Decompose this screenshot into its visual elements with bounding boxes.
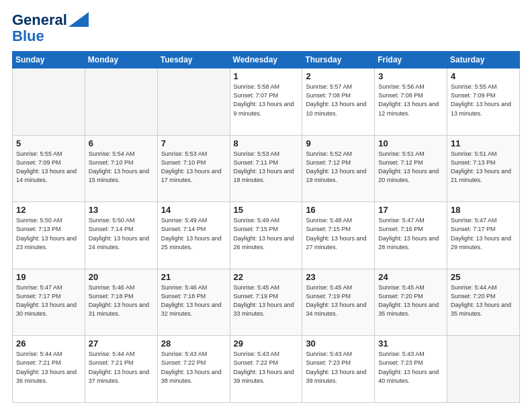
day-info: Sunrise: 5:56 AMSunset: 7:08 PMDaylight:… [378, 83, 443, 118]
day-number: 26 [16, 338, 81, 349]
week-row-2: 5Sunrise: 5:55 AMSunset: 7:09 PMDaylight… [13, 135, 520, 202]
day-cell: 4Sunrise: 5:55 AMSunset: 7:09 PMDaylight… [447, 68, 520, 136]
day-info: Sunrise: 5:44 AMSunset: 7:21 PMDaylight:… [89, 350, 154, 385]
day-number: 2 [306, 71, 371, 81]
day-info: Sunrise: 5:51 AMSunset: 7:13 PMDaylight:… [451, 150, 516, 185]
day-cell: 22Sunrise: 5:45 AMSunset: 7:19 PMDayligh… [230, 269, 302, 336]
day-info: Sunrise: 5:54 AMSunset: 7:10 PMDaylight:… [89, 150, 154, 185]
day-cell: 5Sunrise: 5:55 AMSunset: 7:09 PMDaylight… [13, 135, 85, 202]
day-cell: 16Sunrise: 5:48 AMSunset: 7:15 PMDayligh… [302, 202, 375, 269]
day-number: 8 [234, 138, 299, 148]
day-info: Sunrise: 5:46 AMSunset: 7:18 PMDaylight:… [161, 283, 226, 318]
day-number: 5 [16, 138, 81, 148]
day-number: 14 [161, 205, 226, 215]
day-number: 4 [451, 71, 516, 81]
day-info: Sunrise: 5:45 AMSunset: 7:20 PMDaylight:… [378, 283, 443, 318]
day-info: Sunrise: 5:55 AMSunset: 7:09 PMDaylight:… [16, 150, 81, 185]
day-cell: 19Sunrise: 5:47 AMSunset: 7:17 PMDayligh… [13, 269, 85, 336]
calendar-header-row: SundayMondayTuesdayWednesdayThursdayFrid… [13, 52, 520, 68]
day-header-saturday: Saturday [447, 52, 520, 68]
logo: General Blue [12, 12, 89, 44]
logo-icon [69, 12, 89, 27]
day-info: Sunrise: 5:55 AMSunset: 7:09 PMDaylight:… [451, 83, 516, 118]
day-cell: 17Sunrise: 5:47 AMSunset: 7:16 PMDayligh… [375, 202, 447, 269]
day-cell: 27Sunrise: 5:44 AMSunset: 7:21 PMDayligh… [85, 336, 157, 403]
logo-general: General [12, 12, 67, 28]
day-number: 24 [378, 272, 443, 282]
day-cell: 13Sunrise: 5:50 AMSunset: 7:14 PMDayligh… [85, 202, 157, 269]
day-info: Sunrise: 5:57 AMSunset: 7:08 PMDaylight:… [306, 83, 371, 118]
day-number: 30 [306, 338, 371, 349]
day-number: 22 [234, 272, 299, 282]
day-cell [13, 68, 85, 136]
day-info: Sunrise: 5:45 AMSunset: 7:19 PMDaylight:… [306, 283, 371, 318]
day-info: Sunrise: 5:47 AMSunset: 7:16 PMDaylight:… [378, 216, 443, 251]
day-info: Sunrise: 5:44 AMSunset: 7:21 PMDaylight:… [16, 350, 81, 385]
day-number: 27 [89, 338, 154, 349]
day-info: Sunrise: 5:47 AMSunset: 7:17 PMDaylight:… [16, 283, 81, 318]
day-number: 10 [378, 138, 443, 148]
day-number: 29 [234, 338, 299, 349]
day-cell: 14Sunrise: 5:49 AMSunset: 7:14 PMDayligh… [157, 202, 230, 269]
svg-marker-0 [69, 12, 89, 27]
week-row-3: 12Sunrise: 5:50 AMSunset: 7:13 PMDayligh… [13, 202, 520, 269]
day-number: 9 [306, 138, 371, 148]
day-header-wednesday: Wednesday [230, 52, 302, 68]
day-number: 12 [16, 205, 81, 215]
day-cell: 21Sunrise: 5:46 AMSunset: 7:18 PMDayligh… [157, 269, 230, 336]
day-number: 6 [89, 138, 154, 148]
day-cell: 26Sunrise: 5:44 AMSunset: 7:21 PMDayligh… [13, 336, 85, 403]
week-row-5: 26Sunrise: 5:44 AMSunset: 7:21 PMDayligh… [13, 336, 520, 403]
calendar: SundayMondayTuesdayWednesdayThursdayFrid… [12, 51, 520, 403]
day-header-sunday: Sunday [13, 52, 85, 68]
day-info: Sunrise: 5:53 AMSunset: 7:11 PMDaylight:… [234, 150, 299, 185]
day-cell: 12Sunrise: 5:50 AMSunset: 7:13 PMDayligh… [13, 202, 85, 269]
day-info: Sunrise: 5:45 AMSunset: 7:19 PMDaylight:… [234, 283, 299, 318]
day-cell: 30Sunrise: 5:43 AMSunset: 7:23 PMDayligh… [302, 336, 375, 403]
day-info: Sunrise: 5:44 AMSunset: 7:20 PMDaylight:… [451, 283, 516, 318]
day-info: Sunrise: 5:51 AMSunset: 7:12 PMDaylight:… [378, 150, 443, 185]
day-number: 20 [89, 272, 154, 282]
week-row-1: 1Sunrise: 5:58 AMSunset: 7:07 PMDaylight… [13, 68, 520, 136]
day-info: Sunrise: 5:50 AMSunset: 7:14 PMDaylight:… [89, 216, 154, 251]
week-row-4: 19Sunrise: 5:47 AMSunset: 7:17 PMDayligh… [13, 269, 520, 336]
day-info: Sunrise: 5:47 AMSunset: 7:17 PMDaylight:… [451, 216, 516, 251]
day-cell: 29Sunrise: 5:43 AMSunset: 7:22 PMDayligh… [230, 336, 302, 403]
day-cell [447, 336, 520, 403]
day-info: Sunrise: 5:58 AMSunset: 7:07 PMDaylight:… [234, 83, 299, 118]
day-cell: 3Sunrise: 5:56 AMSunset: 7:08 PMDaylight… [375, 68, 447, 136]
day-info: Sunrise: 5:53 AMSunset: 7:10 PMDaylight:… [161, 150, 226, 185]
day-info: Sunrise: 5:50 AMSunset: 7:13 PMDaylight:… [16, 216, 81, 251]
day-info: Sunrise: 5:46 AMSunset: 7:18 PMDaylight:… [89, 283, 154, 318]
day-cell: 6Sunrise: 5:54 AMSunset: 7:10 PMDaylight… [85, 135, 157, 202]
day-number: 11 [451, 138, 516, 148]
logo-blue: Blue [12, 28, 89, 44]
day-cell: 23Sunrise: 5:45 AMSunset: 7:19 PMDayligh… [302, 269, 375, 336]
day-cell: 2Sunrise: 5:57 AMSunset: 7:08 PMDaylight… [302, 68, 375, 136]
day-number: 13 [89, 205, 154, 215]
day-cell: 9Sunrise: 5:52 AMSunset: 7:12 PMDaylight… [302, 135, 375, 202]
day-number: 1 [234, 71, 299, 81]
day-info: Sunrise: 5:48 AMSunset: 7:15 PMDaylight:… [306, 216, 371, 251]
day-number: 15 [234, 205, 299, 215]
day-number: 7 [161, 138, 226, 148]
day-cell: 18Sunrise: 5:47 AMSunset: 7:17 PMDayligh… [447, 202, 520, 269]
day-cell [157, 68, 230, 136]
day-cell: 7Sunrise: 5:53 AMSunset: 7:10 PMDaylight… [157, 135, 230, 202]
day-info: Sunrise: 5:43 AMSunset: 7:22 PMDaylight:… [161, 350, 226, 385]
day-number: 21 [161, 272, 226, 282]
day-number: 23 [306, 272, 371, 282]
day-info: Sunrise: 5:43 AMSunset: 7:23 PMDaylight:… [378, 350, 443, 385]
day-number: 3 [378, 71, 443, 81]
day-cell: 24Sunrise: 5:45 AMSunset: 7:20 PMDayligh… [375, 269, 447, 336]
day-cell: 11Sunrise: 5:51 AMSunset: 7:13 PMDayligh… [447, 135, 520, 202]
day-header-friday: Friday [375, 52, 447, 68]
day-number: 18 [451, 205, 516, 215]
day-info: Sunrise: 5:49 AMSunset: 7:14 PMDaylight:… [161, 216, 226, 251]
day-info: Sunrise: 5:43 AMSunset: 7:23 PMDaylight:… [306, 350, 371, 385]
page: General Blue SundayMondayTuesdayWednesda… [0, 0, 532, 411]
day-cell: 1Sunrise: 5:58 AMSunset: 7:07 PMDaylight… [230, 68, 302, 136]
day-cell: 8Sunrise: 5:53 AMSunset: 7:11 PMDaylight… [230, 135, 302, 202]
day-number: 16 [306, 205, 371, 215]
header: General Blue [12, 12, 520, 44]
